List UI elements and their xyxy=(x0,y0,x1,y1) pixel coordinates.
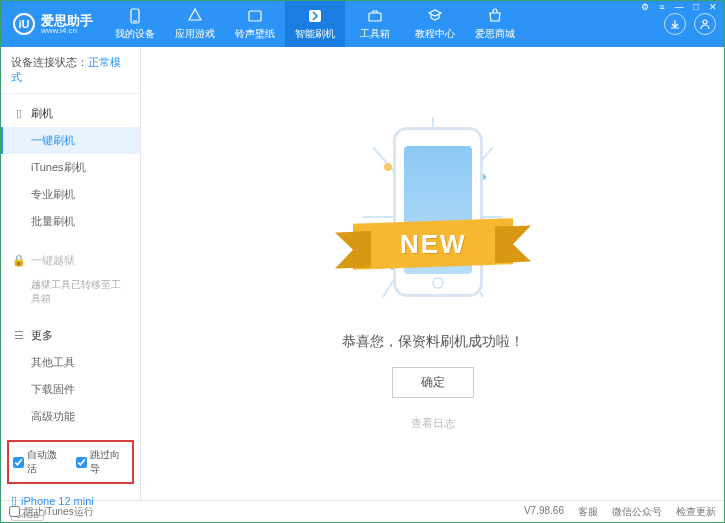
svg-rect-4 xyxy=(369,13,381,21)
close-icon[interactable]: ✕ xyxy=(707,2,719,12)
options-row: 自动激活 跳过向导 xyxy=(7,440,134,484)
phone-icon xyxy=(126,7,144,25)
support-link[interactable]: 客服 xyxy=(578,505,598,519)
toolbox-icon xyxy=(366,7,384,25)
nav-apps[interactable]: 应用游戏 xyxy=(165,1,225,47)
user-button[interactable] xyxy=(694,13,716,35)
flash-icon xyxy=(306,7,324,25)
more-icon: ☰ xyxy=(13,330,25,342)
connection-status: 设备连接状态：正常模式 xyxy=(1,47,140,94)
app-title: 爱思助手 xyxy=(41,14,93,27)
nav-tutorials[interactable]: 教程中心 xyxy=(405,1,465,47)
svg-rect-3 xyxy=(309,10,321,22)
checkbox-block-itunes[interactable]: 阻止iTunes运行 xyxy=(9,505,94,519)
window-controls: ⚙ ≡ — □ ✕ xyxy=(639,2,719,12)
nav-my-device[interactable]: 我的设备 xyxy=(105,1,165,47)
wechat-link[interactable]: 微信公众号 xyxy=(612,505,662,519)
svg-point-5 xyxy=(703,20,707,24)
version-label: V7.98.66 xyxy=(524,505,564,519)
nav-toolbox[interactable]: 工具箱 xyxy=(345,1,405,47)
maximize-icon[interactable]: □ xyxy=(692,2,701,12)
wallpaper-icon xyxy=(246,7,264,25)
download-button[interactable] xyxy=(664,13,686,35)
sidebar-item-pro-flash[interactable]: 专业刷机 xyxy=(1,181,140,208)
store-icon xyxy=(486,7,504,25)
sidebar-header-flash[interactable]: ▯刷机 xyxy=(1,100,140,127)
sidebar-item-download-fw[interactable]: 下载固件 xyxy=(1,376,140,403)
minimize-icon[interactable]: — xyxy=(673,2,686,12)
menu-icon[interactable]: ≡ xyxy=(657,2,666,12)
lock-icon: 🔒 xyxy=(13,255,25,267)
success-message: 恭喜您，保资料刷机成功啦！ xyxy=(342,333,524,351)
title-right xyxy=(660,13,724,35)
svg-rect-2 xyxy=(249,11,261,21)
main-nav: 我的设备 应用游戏 铃声壁纸 智能刷机 工具箱 教程中心 爱思商城 xyxy=(105,1,660,47)
nav-flash[interactable]: 智能刷机 xyxy=(285,1,345,47)
logo-icon: iU xyxy=(13,13,35,35)
device-icon: ▯ xyxy=(13,108,25,120)
view-log-link[interactable]: 查看日志 xyxy=(411,416,455,431)
success-illustration: NEW xyxy=(363,117,503,317)
nav-store[interactable]: 爱思商城 xyxy=(465,1,525,47)
check-update-link[interactable]: 检查更新 xyxy=(676,505,716,519)
sidebar-item-batch-flash[interactable]: 批量刷机 xyxy=(1,208,140,235)
sidebar-item-oneclick-flash[interactable]: 一键刷机 xyxy=(1,127,140,154)
apps-icon xyxy=(186,7,204,25)
checkbox-skip-guide[interactable]: 跳过向导 xyxy=(76,448,129,476)
ok-button[interactable]: 确定 xyxy=(392,367,474,398)
sidebar: 设备连接状态：正常模式 ▯刷机 一键刷机 iTunes刷机 专业刷机 批量刷机 … xyxy=(1,47,141,500)
tutorial-icon xyxy=(426,7,444,25)
sidebar-item-itunes-flash[interactable]: iTunes刷机 xyxy=(1,154,140,181)
sidebar-item-other-tools[interactable]: 其他工具 xyxy=(1,349,140,376)
logo: iU 爱思助手 www.i4.cn xyxy=(1,13,105,35)
main-content: NEW 恭喜您，保资料刷机成功啦！ 确定 查看日志 xyxy=(141,47,724,500)
sidebar-header-jailbreak: 🔒一键越狱 xyxy=(1,247,140,274)
app-url: www.i4.cn xyxy=(41,27,93,35)
settings-icon[interactable]: ⚙ xyxy=(639,2,651,12)
checkbox-auto-activate[interactable]: 自动激活 xyxy=(13,448,66,476)
sidebar-header-more[interactable]: ☰更多 xyxy=(1,322,140,349)
nav-ringtones[interactable]: 铃声壁纸 xyxy=(225,1,285,47)
sidebar-item-advanced[interactable]: 高级功能 xyxy=(1,403,140,430)
jailbreak-note: 越狱工具已转移至工具箱 xyxy=(1,274,140,310)
svg-point-13 xyxy=(384,163,392,171)
new-ribbon: NEW xyxy=(353,218,513,270)
titlebar: iU 爱思助手 www.i4.cn 我的设备 应用游戏 铃声壁纸 智能刷机 工具… xyxy=(1,1,724,47)
